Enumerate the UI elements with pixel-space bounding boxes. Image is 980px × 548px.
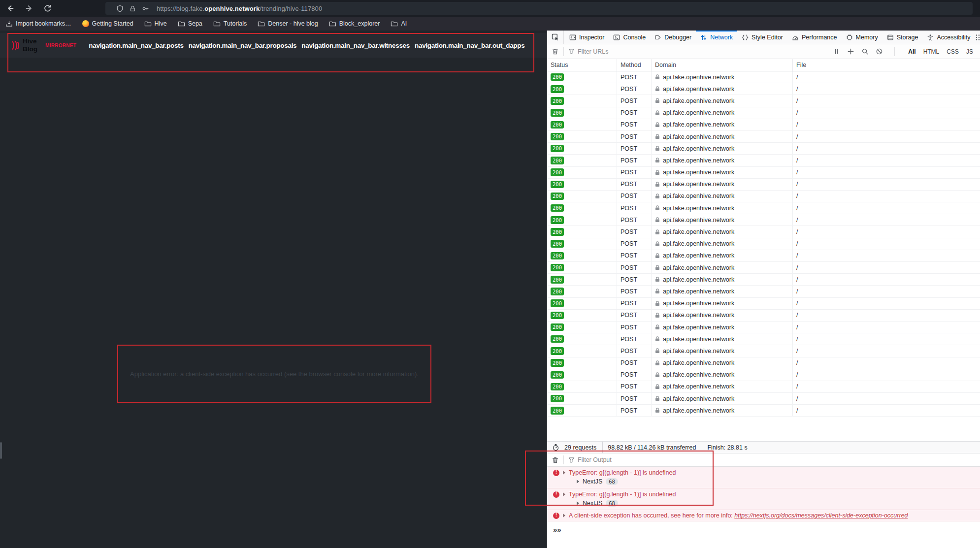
error-info-link[interactable]: https://nextjs.org/docs/messages/client-… (734, 512, 908, 519)
more-tools-button[interactable] (975, 31, 980, 44)
column-header-status[interactable]: Status (547, 59, 617, 71)
table-row[interactable]: 200 POST api.fake.openhive.network / (547, 214, 980, 226)
file-cell: / (793, 155, 980, 166)
method-cell: POST (617, 83, 652, 95)
error-source[interactable]: NextJS (583, 500, 602, 507)
expand-arrow-icon[interactable] (563, 492, 565, 496)
lock-icon[interactable] (129, 5, 136, 12)
expand-arrow-icon[interactable] (577, 501, 579, 505)
table-row[interactable]: 200 POST api.fake.openhive.network / (547, 274, 980, 286)
method-cell: POST (617, 191, 652, 202)
expand-arrow-icon[interactable] (563, 514, 565, 517)
bookmark-folder-tutorials[interactable]: Tutorials (213, 20, 247, 28)
back-icon[interactable] (6, 4, 15, 13)
table-row[interactable]: 200 POST api.fake.openhive.network / (547, 250, 980, 262)
search-icon[interactable] (861, 48, 869, 55)
column-header-method[interactable]: Method (617, 59, 652, 71)
tab-console[interactable]: Console (609, 31, 650, 44)
table-row[interactable]: 200 POST api.fake.openhive.network / (547, 107, 980, 119)
expand-arrow-icon[interactable] (563, 471, 565, 475)
tab-network[interactable]: Network (696, 31, 737, 44)
new-request-plus-icon[interactable] (847, 48, 854, 55)
table-row[interactable]: 200 POST api.fake.openhive.network / (547, 322, 980, 333)
reload-icon[interactable] (43, 4, 52, 13)
table-row[interactable]: 200 POST api.fake.openhive.network / (547, 369, 980, 381)
pause-icon[interactable] (833, 48, 840, 55)
table-row[interactable]: 200 POST api.fake.openhive.network / (547, 286, 980, 297)
type-filter-all[interactable]: All (908, 48, 915, 55)
block-icon[interactable] (876, 48, 883, 55)
table-row[interactable]: 200 POST api.fake.openhive.network / (547, 83, 980, 95)
table-row[interactable]: 200 POST api.fake.openhive.network / (547, 262, 980, 274)
column-header-file[interactable]: File (793, 59, 980, 71)
table-row[interactable]: 200 POST api.fake.openhive.network / (547, 298, 980, 310)
https-lock-icon (655, 277, 660, 282)
tab-storage[interactable]: Storage (882, 31, 923, 44)
bookmark-folder-hive[interactable]: Hive (144, 20, 167, 28)
filter-output-input[interactable] (578, 456, 686, 463)
bookmark-import[interactable]: Import bookmarks… (5, 20, 71, 28)
table-row[interactable]: 200 POST api.fake.openhive.network / (547, 143, 980, 155)
bookmark-getting-started[interactable]: Getting Started (82, 20, 133, 27)
file-cell: / (793, 274, 980, 285)
table-row[interactable]: 200 POST api.fake.openhive.network / (547, 119, 980, 131)
table-row[interactable]: 200 POST api.fake.openhive.network / (547, 167, 980, 179)
table-row[interactable]: 200 POST api.fake.openhive.network / (547, 155, 980, 166)
table-row[interactable]: 200 POST api.fake.openhive.network / (547, 381, 980, 393)
table-row[interactable]: 200 POST api.fake.openhive.network / (547, 393, 980, 405)
bookmark-folder-sepa[interactable]: Sepa (178, 20, 202, 28)
forward-icon[interactable] (25, 4, 33, 13)
bookmark-folder-block-explorer[interactable]: Block_explorer (329, 20, 380, 28)
column-header-domain[interactable]: Domain (652, 59, 793, 71)
type-filter-html[interactable]: HTML (923, 48, 940, 55)
debugger-icon (654, 34, 661, 41)
site-brand[interactable]: Hive Blog (23, 37, 37, 53)
expand-arrow-icon[interactable] (577, 480, 579, 484)
pick-element-button[interactable] (547, 31, 564, 44)
tab-label: Console (623, 34, 646, 41)
type-filter-css[interactable]: CSS (947, 48, 959, 55)
error-source[interactable]: NextJS (583, 478, 602, 485)
table-row[interactable]: 200 POST api.fake.openhive.network / (547, 357, 980, 369)
bookmark-folder-denser[interactable]: Denser - hive blog (258, 20, 318, 28)
table-row[interactable]: 200 POST api.fake.openhive.network / (547, 345, 980, 357)
table-row[interactable]: 200 POST api.fake.openhive.network / (547, 405, 980, 417)
page-scrollbar-thumb[interactable] (0, 442, 2, 459)
console-prompt[interactable]: »» (547, 521, 980, 534)
table-row[interactable]: 200 POST api.fake.openhive.network / (547, 238, 980, 250)
shield-icon[interactable] (116, 5, 124, 12)
console-error-row[interactable]: A client-side exception has occurred, se… (547, 510, 980, 521)
console-error-row[interactable]: TypeError: g[(g.length - 1)] is undefine… (547, 467, 980, 488)
table-row[interactable]: 200 POST api.fake.openhive.network / (547, 333, 980, 345)
console-panel: TypeError: g[(g.length - 1)] is undefine… (547, 453, 980, 548)
table-row[interactable]: 200 POST api.fake.openhive.network / (547, 131, 980, 143)
tab-inspector[interactable]: Inspector (565, 31, 609, 44)
table-row[interactable]: 200 POST api.fake.openhive.network / (547, 202, 980, 214)
console-error-row[interactable]: TypeError: g[(g.length - 1)] is undefine… (547, 488, 980, 510)
table-row[interactable]: 200 POST api.fake.openhive.network / (547, 310, 980, 322)
bookmark-folder-ai[interactable]: AI (391, 20, 407, 28)
tab-accessibility[interactable]: Accessibility (922, 31, 975, 44)
clear-requests-trash-icon[interactable] (552, 48, 559, 55)
table-row[interactable]: 200 POST api.fake.openhive.network / (547, 95, 980, 107)
table-row[interactable]: 200 POST api.fake.openhive.network / (547, 179, 980, 191)
nav-item-proposals[interactable]: navigation.main_nav_bar.proposals (189, 42, 297, 49)
key-icon[interactable] (142, 5, 149, 12)
tab-debugger[interactable]: Debugger (650, 31, 696, 44)
clear-console-trash-icon[interactable] (552, 456, 559, 464)
tab-style-editor[interactable]: Style Editor (737, 31, 787, 44)
type-filter-js[interactable]: JS (966, 48, 973, 55)
nav-item-posts[interactable]: navigation.main_nav_bar.posts (89, 42, 183, 49)
table-row[interactable]: 200 POST api.fake.openhive.network / (547, 71, 980, 83)
tab-memory[interactable]: Memory (842, 31, 882, 44)
nav-item-out-dapps[interactable]: navigation.main_nav_bar.out_dapps (415, 42, 524, 49)
table-row[interactable]: 200 POST api.fake.openhive.network / (547, 191, 980, 202)
url-bar[interactable]: https://blog.fake.openhive.network/trend… (105, 2, 973, 15)
hive-logo-icon[interactable] (11, 40, 19, 51)
table-row[interactable]: 200 POST api.fake.openhive.network / (547, 226, 980, 238)
filter-urls-input[interactable] (578, 48, 686, 55)
nav-item-witnesses[interactable]: navigation.main_nav_bar.witnesses (301, 42, 410, 49)
bookmark-label: Block_explorer (339, 20, 380, 27)
url-domain: openhive.network (204, 5, 260, 12)
tab-performance[interactable]: Performance (787, 31, 842, 44)
